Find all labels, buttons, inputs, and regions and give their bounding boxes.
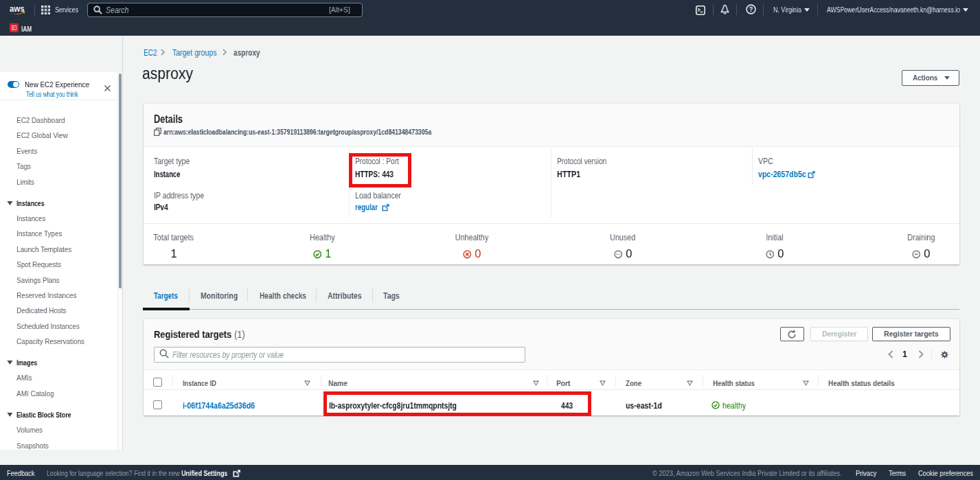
svg-text:aws: aws [10,4,25,14]
svg-text:?: ? [749,5,753,13]
